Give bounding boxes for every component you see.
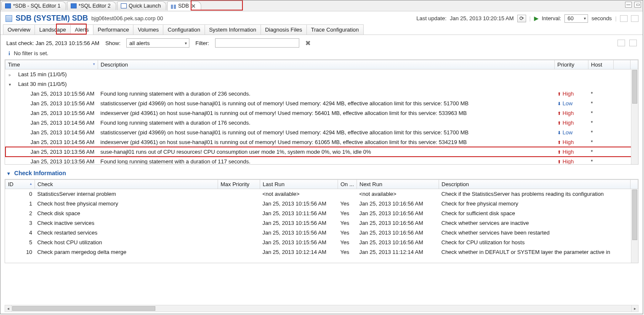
alert-row[interactable]: Jan 25, 2013 10:15:56 AMFound long runni… [5, 89, 638, 99]
alert-group-row[interactable]: ▾ Last 30 min (11/0/5) [5, 79, 638, 89]
minimize-button[interactable]: — [625, 2, 632, 8]
checks-table-wrap: ID ▴ Check Max Priority Last Run On ... … [5, 179, 639, 263]
alert-time: Jan 25, 2013 10:13:56 AM [5, 157, 98, 165]
tab-alerts[interactable]: Alerts [70, 24, 93, 35]
alert-row[interactable]: Jan 25, 2013 10:15:56 AMstatisticsserver… [5, 99, 638, 108]
alert-group-row[interactable]: ▹ Last 15 min (11/0/5) [5, 69, 638, 79]
editor-tab-quick-launch[interactable]: Quick Launch [117, 1, 166, 10]
alert-host: * [588, 157, 614, 165]
copy-icon[interactable] [620, 15, 628, 22]
maximize-button[interactable]: ▭ [634, 2, 641, 8]
alert-description: suse-hanajl01 runs out of CPU resources!… [98, 147, 555, 157]
col-spacer [614, 60, 631, 69]
check-on: Yes [338, 208, 357, 218]
editor-tab-sdb[interactable]: SDB ✕ [167, 1, 201, 11]
col-on[interactable]: On ... [338, 180, 357, 189]
check-description: Check whether in DEFAULT or SYSTEM layer… [439, 247, 631, 257]
alerts-table-wrap: Time ▾ Description Priority Host ▹ Last … [5, 59, 639, 165]
alert-time: Jan 25, 2013 10:13:56 AM [5, 147, 98, 157]
app-frame: *SDB - SQL Editor 1 *SQL Editor 2 Quick … [0, 0, 643, 314]
check-id: 1 [5, 199, 35, 208]
interval-select[interactable]: 60 [564, 14, 588, 23]
tab-landscape[interactable]: Landscape [35, 24, 71, 35]
col-priority[interactable]: Priority [555, 60, 588, 69]
scroll-thumb[interactable] [12, 306, 155, 311]
check-info-header[interactable]: ▼ Check Information [0, 165, 643, 179]
alert-row[interactable]: Jan 25, 2013 10:13:56 AMFound long runni… [5, 157, 638, 165]
check-last-run: <not available> [260, 189, 338, 199]
tab-configuration[interactable]: Configuration [163, 24, 205, 35]
col-host[interactable]: Host [588, 60, 614, 69]
db-icon [171, 3, 176, 9]
settings-icon[interactable] [617, 40, 625, 46]
check-row[interactable]: 4Check restarted servicesJan 25, 2013 10… [5, 228, 638, 238]
tab-trace-configuration[interactable]: Trace Configuration [306, 24, 364, 35]
check-next-run: Jan 25, 2013 10:16:56 AM [357, 218, 439, 228]
alert-row[interactable]: Jan 25, 2013 10:13:56 AMsuse-hanajl01 ru… [5, 147, 638, 157]
col-time-label: Time [8, 61, 20, 68]
scroll-right-icon[interactable]: ▸ [631, 305, 638, 312]
no-filter-text: No filter is set. [14, 50, 48, 56]
tab-system-information[interactable]: System Information [205, 24, 261, 35]
col-time[interactable]: Time ▾ [5, 60, 98, 69]
tab-diagnosis-files[interactable]: Diagnosis Files [261, 24, 307, 35]
last-check-value: Jan 25, 2013 10:15:56 AM [35, 40, 99, 46]
check-description: Check whether services have been restart… [439, 228, 631, 238]
col-next-run[interactable]: Next Run [357, 180, 439, 189]
tab-overview[interactable]: Overview [3, 24, 35, 35]
col-last-run[interactable]: Last Run [260, 180, 338, 189]
refresh-button[interactable]: ⟳ [517, 15, 526, 22]
tab-volumes[interactable]: Volumes [133, 24, 163, 35]
last-check-label: Last check: [6, 40, 34, 46]
horizontal-scrollbar[interactable]: ◂ ▸ [5, 305, 639, 312]
check-row[interactable]: 3Check inactive servicesJan 25, 2013 10:… [5, 218, 638, 228]
alert-priority: High [555, 108, 588, 118]
col-description[interactable]: Description [98, 60, 555, 69]
alert-row[interactable]: Jan 25, 2013 10:15:56 AMindexserver (pid… [5, 108, 638, 118]
clear-filter-icon[interactable]: ✖ [305, 39, 311, 47]
alert-row[interactable]: Jan 25, 2013 10:14:56 AMstatisticsserver… [5, 128, 638, 137]
col-id[interactable]: ID ▴ [5, 180, 35, 189]
check-description: Check whether services are inactive [439, 218, 631, 228]
check-on: Yes [338, 199, 357, 208]
col-check-desc[interactable]: Description [439, 180, 631, 189]
sql-icon [5, 3, 11, 8]
scroll-left-icon[interactable]: ◂ [5, 305, 12, 312]
scroll-thumb[interactable] [632, 190, 637, 240]
page-subtitle: bjg06test006.pek.sap.corp 00 [91, 15, 163, 21]
check-row[interactable]: 0StatisticsServer internal problem<not a… [5, 189, 638, 199]
check-row[interactable]: 5Check host CPU utilizationJan 25, 2013 … [5, 238, 638, 247]
system-db-icon [5, 15, 12, 22]
col-max-priority[interactable]: Max Priority [218, 180, 260, 189]
window-controls: — ▭ [625, 2, 641, 8]
close-icon[interactable]: ✕ [191, 3, 196, 9]
alert-time: Jan 25, 2013 10:15:56 AM [5, 89, 98, 99]
alert-row[interactable]: Jan 25, 2013 10:14:56 AMindexserver (pid… [5, 137, 638, 147]
check-name: Check param mergedog delta merge [35, 247, 218, 257]
check-name: Check disk space [35, 208, 218, 218]
checks-vscroll[interactable] [631, 190, 638, 263]
separator: | [615, 15, 617, 21]
options-icon[interactable] [629, 40, 637, 46]
col-check[interactable]: Check [35, 180, 218, 189]
check-row[interactable]: 1Check host free physical memoryJan 25, … [5, 199, 638, 208]
editor-tab-sql-2[interactable]: *SQL Editor 2 [67, 1, 116, 10]
alert-priority: High [555, 147, 588, 157]
export-icon[interactable] [631, 15, 639, 22]
check-row[interactable]: 10Check param mergedog delta mergeJan 25… [5, 247, 638, 257]
scroll-thumb[interactable] [632, 70, 637, 104]
editor-tab-sdb-sql-1[interactable]: *SDB - SQL Editor 1 [1, 1, 66, 10]
alerts-table: Time ▾ Description Priority Host ▹ Last … [5, 60, 638, 165]
check-on: Yes [338, 228, 357, 238]
check-description: Check for free physical memory [439, 199, 631, 208]
tab-performance[interactable]: Performance [93, 24, 133, 35]
play-icon[interactable]: ▶ [534, 15, 538, 21]
check-row[interactable]: 2Check disk spaceJan 25, 2013 10:11:56 A… [5, 208, 638, 218]
alert-priority: High [555, 137, 588, 147]
show-select[interactable]: all alerts [126, 38, 189, 48]
filter-input[interactable] [215, 38, 299, 48]
alert-row[interactable]: Jan 25, 2013 10:14:56 AMFound long runni… [5, 118, 638, 128]
alert-description: indexserver (pid 43961) on host suse-han… [98, 108, 555, 118]
alert-host: * [588, 108, 614, 118]
alerts-vscroll[interactable] [631, 70, 638, 164]
